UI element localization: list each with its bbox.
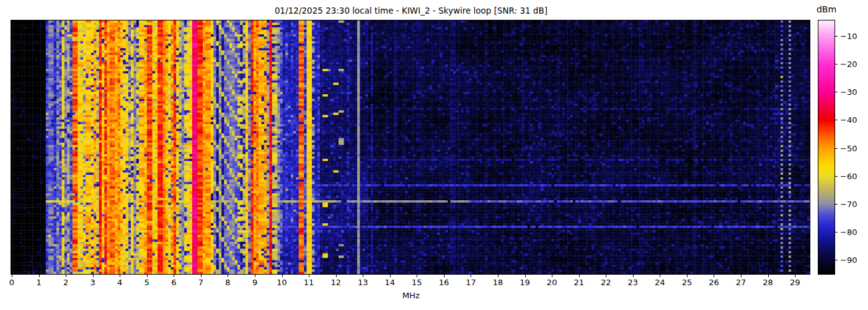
- x-tick-mark: [174, 275, 174, 277]
- colorbar-tick-label: −80: [840, 228, 857, 237]
- x-tick-label: 10: [277, 278, 287, 287]
- x-axis-label: MHz: [402, 291, 420, 300]
- x-tick-label: 17: [466, 278, 476, 287]
- x-tick-label: 13: [358, 278, 368, 287]
- waterfall-heatmap: [11, 20, 810, 274]
- x-tick-label: 11: [304, 278, 314, 287]
- colorbar-tick-label: −20: [840, 60, 857, 69]
- colorbar-tick-mark: [835, 232, 838, 232]
- x-tick-label: 1: [36, 278, 41, 287]
- x-tick-label: 6: [171, 278, 176, 287]
- colorbar-tick-mark: [835, 120, 838, 120]
- colorbar-tick-label: −60: [840, 171, 857, 180]
- x-tick-mark: [336, 275, 337, 277]
- colorbar-tick-label: −10: [840, 31, 857, 40]
- x-tick-mark: [552, 275, 552, 277]
- x-tick-mark: [255, 275, 255, 277]
- colorbar-ticks: −10−20−30−40−50−60−70−80−90: [835, 20, 866, 274]
- colorbar-tick-mark: [835, 260, 838, 260]
- x-tick-mark: [66, 275, 66, 277]
- x-tick-label: 4: [117, 278, 122, 287]
- x-tick-label: 7: [198, 278, 203, 287]
- x-tick-mark: [714, 275, 714, 277]
- x-tick-label: 5: [144, 278, 149, 287]
- x-tick-label: 21: [574, 278, 584, 287]
- plot-area: [11, 20, 810, 275]
- x-tick-mark: [363, 275, 363, 277]
- colorbar-tick-label: −30: [840, 87, 857, 97]
- colorbar: [818, 20, 835, 275]
- x-tick-label: 28: [763, 278, 773, 287]
- colorbar-tick-label: −70: [840, 200, 857, 209]
- colorbar-tick-mark: [835, 148, 838, 149]
- x-tick-label: 22: [601, 278, 611, 287]
- x-tick-mark: [579, 275, 580, 277]
- x-tick-mark: [309, 275, 309, 277]
- x-tick-mark: [498, 275, 498, 277]
- x-tick-mark: [417, 275, 417, 277]
- x-tick-label: 12: [330, 278, 341, 287]
- x-tick-label: 16: [439, 278, 450, 287]
- x-tick-label: 18: [493, 278, 503, 287]
- x-tick-label: 23: [628, 278, 639, 287]
- x-tick-mark: [228, 275, 228, 277]
- x-tick-label: 19: [520, 278, 530, 287]
- colorbar-tick-label: −50: [840, 143, 857, 153]
- colorbar-tick-mark: [835, 64, 838, 64]
- x-tick-mark: [390, 275, 391, 277]
- x-tick-mark: [795, 275, 795, 277]
- x-tick-label: 9: [252, 278, 257, 287]
- x-tick-label: 3: [91, 278, 95, 287]
- x-tick-label: 27: [736, 278, 746, 287]
- x-tick-label: 15: [412, 278, 422, 287]
- x-tick-label: 8: [225, 278, 230, 287]
- x-tick-label: 24: [655, 278, 665, 287]
- x-tick-mark: [120, 275, 120, 277]
- spectrogram-figure: 01/12/2025 23:30 local time - KIWI_2 - S…: [0, 0, 868, 310]
- x-tick-mark: [444, 275, 445, 277]
- x-tick-mark: [12, 275, 12, 277]
- x-tick-mark: [525, 275, 526, 277]
- x-tick-label: 14: [385, 278, 396, 287]
- x-tick-mark: [39, 275, 40, 277]
- colorbar-tick-mark: [835, 176, 838, 177]
- x-tick-mark: [741, 275, 742, 277]
- x-tick-mark: [93, 275, 94, 277]
- x-tick-label: 26: [709, 278, 719, 287]
- x-tick-mark: [471, 275, 471, 277]
- x-tick-label: 25: [682, 278, 693, 287]
- x-tick-mark: [606, 275, 606, 277]
- x-tick-mark: [147, 275, 148, 277]
- x-tick-mark: [768, 275, 769, 277]
- colorbar-tick-label: −90: [840, 255, 857, 265]
- colorbar-tick-mark: [835, 92, 838, 92]
- x-tick-mark: [660, 275, 660, 277]
- colorbar-tick-mark: [835, 204, 838, 205]
- x-tick-mark: [687, 275, 688, 277]
- x-tick-mark: [633, 275, 634, 277]
- colorbar-tick-mark: [835, 36, 838, 37]
- x-tick-mark: [201, 275, 202, 277]
- x-tick-mark: [282, 275, 283, 277]
- colorbar-tick-label: −40: [840, 115, 857, 125]
- x-tick-label: 20: [547, 278, 557, 287]
- x-tick-label: 2: [63, 278, 68, 287]
- colorbar-unit-label: dBm: [817, 4, 836, 14]
- x-tick-label: 0: [9, 278, 14, 287]
- chart-title: 01/12/2025 23:30 local time - KIWI_2 - S…: [275, 6, 547, 16]
- x-tick-label: 29: [790, 278, 800, 287]
